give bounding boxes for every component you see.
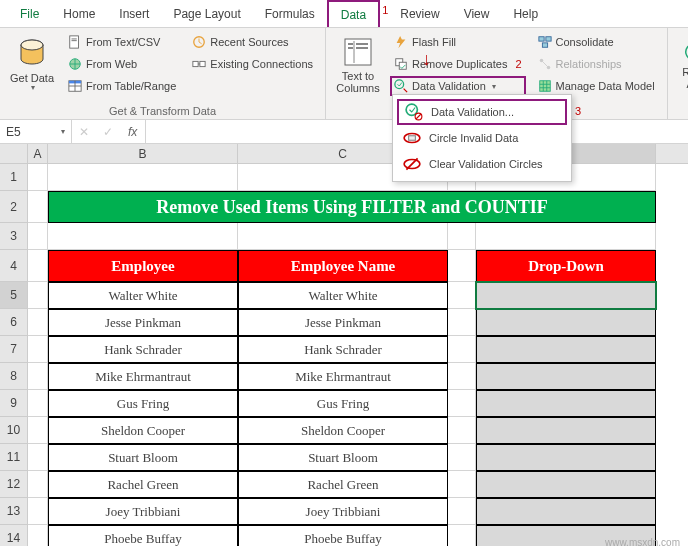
cell[interactable] (28, 309, 48, 336)
cell[interactable] (28, 471, 48, 498)
cell[interactable] (28, 363, 48, 390)
row-header[interactable]: 7 (0, 336, 28, 363)
cell[interactable] (238, 223, 448, 250)
name-box[interactable]: E5▾ (0, 120, 72, 143)
tab-review[interactable]: Review (388, 0, 451, 27)
get-data-button[interactable]: Get Data▾ (8, 32, 56, 98)
tab-home[interactable]: Home (51, 0, 107, 27)
table-row[interactable]: Gus Fring (48, 390, 238, 417)
dropdown-cell[interactable] (476, 390, 656, 417)
tab-page-layout[interactable]: Page Layout (161, 0, 252, 27)
tab-formulas[interactable]: Formulas (253, 0, 327, 27)
row-header[interactable]: 6 (0, 309, 28, 336)
cell[interactable] (448, 444, 476, 471)
cell[interactable] (28, 282, 48, 309)
table-row[interactable]: Mike Ehrmantraut (238, 363, 448, 390)
data-validation-button[interactable]: Data Validation▾ ↓ Data Validation... 3 … (390, 76, 526, 96)
table-row[interactable]: Jesse Pinkman (48, 309, 238, 336)
consolidate-button[interactable]: Consolidate (534, 32, 659, 52)
header-employee[interactable]: Employee (48, 250, 238, 282)
cell[interactable] (48, 223, 238, 250)
from-table-range-button[interactable]: From Table/Range (64, 76, 180, 96)
dropdown-cell[interactable] (476, 363, 656, 390)
row-header[interactable]: 9 (0, 390, 28, 417)
header-employee-name[interactable]: Employee Name (238, 250, 448, 282)
table-row[interactable]: Phoebe Buffay (48, 525, 238, 546)
flash-fill-button[interactable]: Flash Fill (390, 32, 526, 52)
table-row[interactable]: Sheldon Cooper (238, 417, 448, 444)
tab-insert[interactable]: Insert (107, 0, 161, 27)
existing-connections-button[interactable]: Existing Connections (188, 54, 317, 74)
cell[interactable] (28, 164, 48, 191)
table-row[interactable]: Hank Schrader (48, 336, 238, 363)
tab-help[interactable]: Help (501, 0, 550, 27)
table-row[interactable]: Rachel Green (238, 471, 448, 498)
cell[interactable] (28, 498, 48, 525)
row-header[interactable]: 4 (0, 250, 28, 282)
cell[interactable] (28, 223, 48, 250)
table-row[interactable]: Mike Ehrmantraut (48, 363, 238, 390)
table-row[interactable]: Stuart Bloom (238, 444, 448, 471)
cell[interactable] (28, 417, 48, 444)
menu-data-validation[interactable]: Data Validation... 3 (397, 99, 567, 125)
title-cell[interactable]: Remove Used Items Using FILTER and COUNT… (48, 191, 656, 223)
menu-circle-invalid[interactable]: Circle Invalid Data (397, 125, 567, 151)
worksheet-grid[interactable]: A B C D E 12Remove Used Items Using FILT… (0, 144, 688, 546)
col-A[interactable]: A (28, 144, 48, 163)
row-header[interactable]: 10 (0, 417, 28, 444)
cell[interactable] (448, 471, 476, 498)
recent-sources-button[interactable]: Recent Sources (188, 32, 317, 52)
cell[interactable] (448, 250, 476, 282)
dropdown-cell[interactable] (476, 444, 656, 471)
remove-duplicates-button[interactable]: Remove Duplicates2 (390, 54, 526, 74)
relationships-button[interactable]: Relationships (534, 54, 659, 74)
cell[interactable] (448, 309, 476, 336)
tab-file[interactable]: File (8, 0, 51, 27)
cell[interactable] (448, 525, 476, 546)
dropdown-cell[interactable] (476, 309, 656, 336)
table-row[interactable]: Walter White (238, 282, 448, 309)
cell[interactable] (448, 417, 476, 444)
row-header[interactable]: 13 (0, 498, 28, 525)
table-row[interactable]: Rachel Green (48, 471, 238, 498)
select-all-corner[interactable] (0, 144, 28, 163)
table-row[interactable]: Joey Tribbiani (48, 498, 238, 525)
table-row[interactable]: Sheldon Cooper (48, 417, 238, 444)
cell[interactable] (448, 223, 476, 250)
cell[interactable] (28, 250, 48, 282)
tab-view[interactable]: View (452, 0, 502, 27)
fx-button[interactable]: fx (120, 125, 145, 139)
dropdown-cell[interactable] (476, 471, 656, 498)
col-B[interactable]: B (48, 144, 238, 163)
cell[interactable] (448, 498, 476, 525)
refresh-all-button[interactable]: Refr All (676, 32, 688, 98)
menu-clear-circles[interactable]: Clear Validation Circles (397, 151, 567, 177)
table-row[interactable]: Jesse Pinkman (238, 309, 448, 336)
cell[interactable] (448, 390, 476, 417)
dropdown-cell[interactable] (476, 417, 656, 444)
row-header[interactable]: 12 (0, 471, 28, 498)
cell[interactable] (28, 444, 48, 471)
cell[interactable] (48, 164, 238, 191)
row-header[interactable]: 1 (0, 164, 28, 191)
cell[interactable] (476, 223, 656, 250)
cell[interactable] (448, 363, 476, 390)
table-row[interactable]: Walter White (48, 282, 238, 309)
table-row[interactable]: Joey Tribbiani (238, 498, 448, 525)
header-dropdown[interactable]: Drop-Down (476, 250, 656, 282)
row-header[interactable]: 14 (0, 525, 28, 546)
cell[interactable] (28, 191, 48, 223)
dropdown-cell[interactable] (476, 282, 656, 309)
row-header[interactable]: 8 (0, 363, 28, 390)
row-header[interactable]: 3 (0, 223, 28, 250)
table-row[interactable]: Phoebe Buffay (238, 525, 448, 546)
dropdown-cell[interactable] (476, 498, 656, 525)
cell[interactable] (28, 525, 48, 546)
row-header[interactable]: 5 (0, 282, 28, 309)
tab-data[interactable]: Data (327, 0, 380, 27)
text-to-columns-button[interactable]: Text to Columns (334, 32, 382, 98)
cell[interactable] (448, 282, 476, 309)
table-row[interactable]: Gus Fring (238, 390, 448, 417)
from-text-csv-button[interactable]: From Text/CSV (64, 32, 180, 52)
table-row[interactable]: Stuart Bloom (48, 444, 238, 471)
